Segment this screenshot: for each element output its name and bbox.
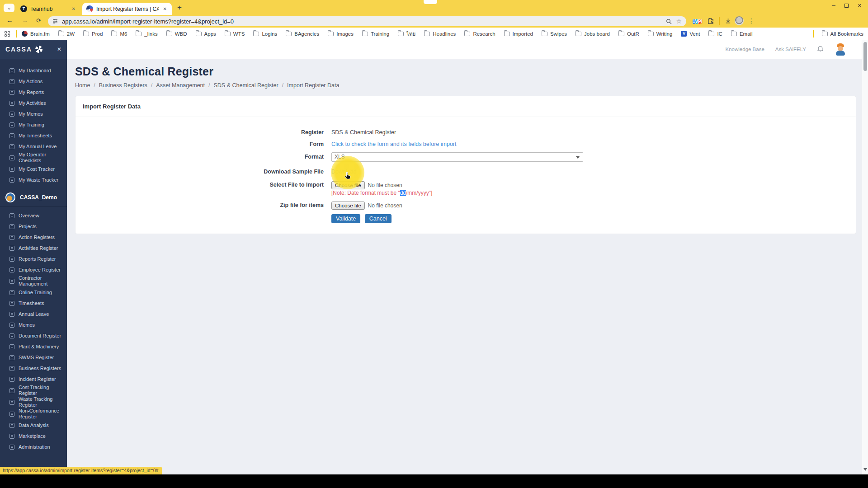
bookmark-item[interactable]: IC: [708, 31, 722, 37]
bookmark-item[interactable]: Training: [362, 31, 389, 37]
sidebar-item[interactable]: Contractor Management: [0, 275, 67, 287]
bookmark-item[interactable]: Email: [731, 31, 753, 37]
scrollbar-thumb[interactable]: [863, 42, 867, 71]
minimize-button[interactable]: ─: [832, 3, 835, 9]
sidebar-item[interactable]: My Dashboard: [0, 65, 67, 76]
user-avatar[interactable]: [835, 43, 846, 56]
sidebar-item[interactable]: My Training: [0, 119, 67, 130]
sidebar-item[interactable]: My Activities: [0, 98, 67, 108]
bookmark-item[interactable]: 2W: [58, 31, 75, 37]
back-icon[interactable]: ←: [6, 16, 13, 24]
tab-search-button[interactable]: ⌄: [4, 4, 14, 12]
browser-menu-icon[interactable]: ⋮: [747, 16, 756, 25]
patreon-icon[interactable]: P: [698, 19, 701, 24]
sidebar-item[interactable]: Document Register: [0, 330, 67, 341]
bell-icon[interactable]: [817, 46, 824, 53]
close-window-button[interactable]: ✕: [858, 3, 862, 9]
bookmark-item[interactable]: WBD: [166, 31, 187, 37]
sidebar-item[interactable]: Marketplace: [0, 431, 67, 441]
breadcrumb-item[interactable]: Asset Management: [147, 82, 205, 89]
ask-saifely-link[interactable]: Ask SAiFELY: [775, 47, 806, 52]
bookmark-item[interactable]: Vent: [681, 31, 700, 37]
breadcrumb-item[interactable]: Import Register Data: [278, 82, 340, 89]
breadcrumb-item[interactable]: Home: [75, 82, 90, 89]
tab-import-register-items[interactable]: Import Register Items | CASSA_ ✕: [82, 3, 172, 15]
bookmark-item[interactable]: Images: [328, 31, 354, 37]
sidebar-item[interactable]: Non-Conformance Register: [0, 408, 67, 420]
sidebar-item[interactable]: Overview: [0, 210, 67, 221]
sidebar-item[interactable]: Incident Register: [0, 374, 67, 385]
bookmark-item[interactable]: Brain.fm: [22, 31, 50, 37]
tab-close-icon[interactable]: ✕: [71, 6, 76, 11]
sidebar-item[interactable]: SWMS Register: [0, 352, 67, 363]
sidebar-org-row[interactable]: CASSA_Demo: [0, 189, 67, 206]
sidebar-item[interactable]: Employee Register: [0, 264, 67, 275]
cancel-button[interactable]: Cancel: [365, 214, 392, 223]
breadcrumb-item[interactable]: Business Registers: [90, 82, 147, 89]
sidebar-close-icon[interactable]: ✕: [57, 46, 61, 52]
apps-grid-icon[interactable]: [5, 31, 10, 37]
sidebar-item[interactable]: Activities Register: [0, 243, 67, 253]
bookmark-item[interactable]: WTS: [225, 31, 245, 37]
bookmark-item[interactable]: Jobs board: [576, 31, 610, 37]
sidebar-item[interactable]: Timesheets: [0, 298, 67, 309]
maximize-button[interactable]: [844, 4, 849, 8]
sidebar-item[interactable]: My Waste Tracker: [0, 174, 67, 185]
knowledge-base-link[interactable]: Knowledge Base: [726, 47, 764, 52]
download-link[interactable]: Download: [331, 169, 856, 175]
new-tab-button[interactable]: +: [177, 3, 182, 12]
sidebar-item[interactable]: My Timesheets: [0, 130, 67, 141]
sidebar-item[interactable]: My Annual Leave: [0, 141, 67, 152]
sidebar-item[interactable]: My Cost Tracker: [0, 164, 67, 174]
bookmark-item[interactable]: BAgencies: [286, 31, 319, 37]
sidebar-item[interactable]: Projects: [0, 221, 67, 232]
bookmark-item[interactable]: Imported: [504, 31, 533, 37]
tab-teamhub[interactable]: Teamhub ✕: [16, 3, 80, 15]
profile-avatar[interactable]: [735, 16, 744, 25]
sidebar-item[interactable]: Business Registers: [0, 363, 67, 374]
sidebar-item[interactable]: Action Registers: [0, 232, 67, 243]
page-scrollbar[interactable]: [862, 40, 868, 474]
sidebar-item[interactable]: My Actions: [0, 76, 67, 87]
choose-zip-button[interactable]: Choose file: [331, 202, 365, 210]
scrollbar-down-arrow[interactable]: [863, 468, 867, 473]
bookmark-item[interactable]: Prod: [83, 31, 103, 37]
bookmark-item[interactable]: OutR: [618, 31, 639, 37]
sidebar-item[interactable]: Memos: [0, 319, 67, 330]
choose-file-button[interactable]: Choose file: [331, 181, 365, 189]
sidebar-item[interactable]: My Operator Checklists: [0, 152, 67, 164]
bookmark-item[interactable]: M6: [111, 31, 127, 37]
validate-button[interactable]: Validate: [331, 214, 360, 223]
address-bar[interactable]: app.cassa.io/admin/import-register-items…: [48, 16, 686, 26]
sidebar-item[interactable]: My Memos: [0, 108, 67, 119]
tab-close-icon[interactable]: ✕: [162, 6, 168, 11]
bookmark-item[interactable]: _links: [136, 31, 157, 37]
breadcrumb-item[interactable]: SDS & Chemical Register: [205, 82, 278, 89]
all-bookmarks[interactable]: All Bookmarks: [822, 31, 864, 37]
site-settings-icon[interactable]: [52, 19, 58, 24]
bookmark-item[interactable]: Writing: [648, 31, 673, 37]
reload-icon[interactable]: ⟳: [36, 17, 41, 24]
sidebar-item[interactable]: Data Analysis: [0, 420, 67, 431]
check-form-link[interactable]: Click to check the form and its fields b…: [331, 141, 856, 147]
sidebar-item[interactable]: Waste Tracking Register: [0, 396, 67, 408]
bookmark-item[interactable]: ไทย: [398, 30, 415, 38]
search-icon[interactable]: [666, 19, 672, 24]
sidebar-item[interactable]: My Reports: [0, 87, 67, 98]
sidebar-item[interactable]: Administration: [0, 441, 67, 452]
sidebar-item[interactable]: Annual Leave: [0, 309, 67, 319]
bookmark-item[interactable]: Headlines: [424, 31, 456, 37]
sidebar-item[interactable]: Online Training: [0, 287, 67, 298]
sidebar-item[interactable]: Cost Tracking Register: [0, 385, 67, 396]
amber-extension-icon[interactable]: i: [701, 19, 703, 24]
sidebar-item[interactable]: Plant & Machinery: [0, 341, 67, 352]
extensions-puzzle-icon[interactable]: [707, 18, 714, 24]
download-icon[interactable]: [725, 18, 731, 24]
bookmark-item[interactable]: Research: [464, 31, 495, 37]
sidebar-item[interactable]: Reports Register: [0, 253, 67, 264]
format-select[interactable]: XLS: [331, 152, 583, 162]
bookmark-item[interactable]: Swipes: [542, 31, 567, 37]
bookmark-item[interactable]: Apps: [196, 31, 216, 37]
bookmark-star-icon[interactable]: ☆: [676, 19, 682, 23]
forward-icon[interactable]: →: [22, 16, 28, 24]
